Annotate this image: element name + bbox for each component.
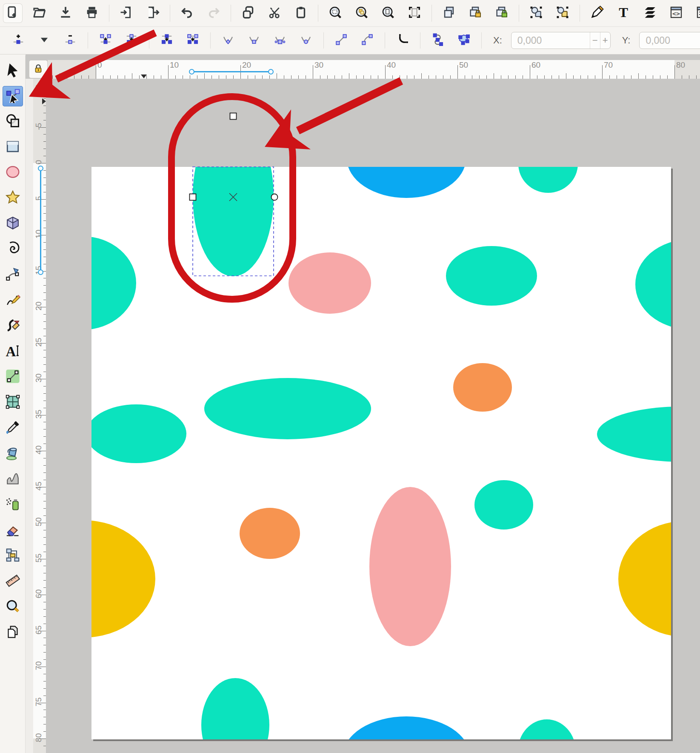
x-decrement-button[interactable]: − [590,32,600,49]
node-editor-tool-button[interactable] [3,86,23,106]
ellipse-tool-button[interactable] [3,163,23,183]
x-coordinate-label: X: [493,35,502,46]
new-document-button[interactable] [3,4,22,23]
teal-row2[interactable] [446,246,537,306]
open-document-button[interactable] [30,4,49,23]
star-tool-icon [5,190,20,207]
zoom-selection-button[interactable] [326,4,345,23]
import-file-button[interactable] [117,4,136,23]
vertical-ruler[interactable]: -10-505101520253035404550556065707580 [33,79,46,753]
teal-bottom-right[interactable] [518,719,576,739]
export-file-icon [146,5,160,21]
node-corner-button[interactable] [220,32,237,49]
redo-button[interactable] [204,4,223,23]
undo-button[interactable] [178,4,197,23]
guide-lock-button[interactable] [29,60,48,78]
xml-editor-dialog-button[interactable]: <> [667,4,686,23]
break-nodes-button[interactable] [158,32,175,49]
save-document-icon [58,5,73,21]
rectangle-tool-button[interactable] [3,137,23,157]
teal-wide-row3[interactable] [204,378,371,439]
blue-top[interactable] [347,167,466,198]
insert-node-menu-icon [38,33,51,48]
object-to-path-button[interactable] [429,32,446,49]
text-dialog-button[interactable]: T [614,4,633,23]
ungroup-objects-button[interactable] [553,4,572,23]
blue-bottom[interactable] [343,716,470,739]
objects-dialog-button[interactable] [693,4,700,23]
yellow-left[interactable] [91,520,155,638]
create-clone-button[interactable] [466,4,485,23]
teal-top-right[interactable] [518,167,578,193]
teal-bottom[interactable] [201,678,269,739]
group-objects-button[interactable] [527,4,546,23]
pages-tool-button[interactable] [3,622,23,643]
insert-node-menu-button[interactable] [36,32,53,49]
layers-dialog-button[interactable] [640,4,659,23]
unlink-clone-button[interactable] [492,4,511,23]
teal-right-row3[interactable] [597,407,671,462]
x-coordinate-input[interactable]: 0,000 − + [511,32,611,49]
paint-bucket-tool-button[interactable] [3,444,23,464]
insert-node-button[interactable] [10,32,27,49]
connector-tool-button[interactable] [3,546,23,566]
paste-button[interactable] [291,4,310,23]
mesh-gradient-tool-button[interactable] [3,392,23,413]
pink-tall[interactable] [369,487,451,646]
canvas-page[interactable] [91,167,671,739]
zoom-drawing-button[interactable] [352,4,371,23]
ruler-tick [43,213,46,214]
x-increment-button[interactable]: + [600,32,610,49]
delete-segment-button[interactable] [184,32,201,49]
segment-line-button[interactable] [333,32,350,49]
node-smooth-button[interactable] [246,32,263,49]
join-nodes-with-segment-button[interactable] [123,32,140,49]
canvas-area[interactable] [26,54,700,753]
node-symmetric-button[interactable] [271,32,289,49]
delete-node-button[interactable] [62,32,79,49]
pencil-tool-button[interactable] [3,290,23,311]
segment-curve-button[interactable] [359,32,376,49]
selected-teal-ellipse[interactable] [193,167,274,276]
teal-left-row3[interactable] [91,404,186,463]
pink-row2[interactable] [289,252,371,314]
print-document-button[interactable] [83,4,101,23]
gradient-tool-button[interactable] [3,367,23,387]
zoom-page-button[interactable] [379,4,397,23]
duplicate-button[interactable] [440,4,458,23]
tweak-tool-button[interactable] [3,469,23,490]
stroke-to-path-button[interactable] [455,32,472,49]
selector-tool-button[interactable] [3,60,23,81]
text-tool-button[interactable]: A [3,341,23,362]
node-auto-button[interactable] [297,32,314,49]
y-coordinate-input[interactable]: 0,000 − + [639,32,700,49]
teal-right-row2[interactable] [635,240,671,329]
shape-builder-tool-button[interactable] [3,112,23,132]
teal-left-row2[interactable] [91,236,136,330]
zoom-page-width-button[interactable] [405,4,424,23]
teal-small-row4[interactable] [474,480,533,530]
orange-row4[interactable] [240,508,300,559]
zoom-tool-button[interactable] [3,597,23,617]
calligraphy-tool-button[interactable] [3,316,23,336]
orange-row3[interactable] [453,363,512,412]
join-nodes-button[interactable] [97,32,114,49]
copy-button[interactable] [239,4,257,23]
measure-tool-button[interactable] [3,571,23,592]
eraser-tool-button[interactable] [3,520,23,541]
export-file-button[interactable] [143,4,162,23]
fill-stroke-dialog-icon [590,5,604,21]
yellow-right[interactable] [618,521,671,637]
spiral-tool-button[interactable] [3,239,23,260]
corner-lpe-button[interactable] [394,32,411,49]
horizontal-ruler[interactable]: 01020304050607080 [48,60,700,79]
box3d-tool-button[interactable] [3,214,23,234]
star-tool-button[interactable] [3,188,23,209]
dropper-tool-button[interactable] [3,418,23,438]
spray-tool-button[interactable] [3,495,23,515]
pen-tool-button[interactable] [3,265,23,285]
save-document-button[interactable] [56,4,75,23]
fill-stroke-dialog-button[interactable] [588,4,606,23]
ruler-tick [559,75,559,79]
cut-button[interactable] [265,4,284,23]
